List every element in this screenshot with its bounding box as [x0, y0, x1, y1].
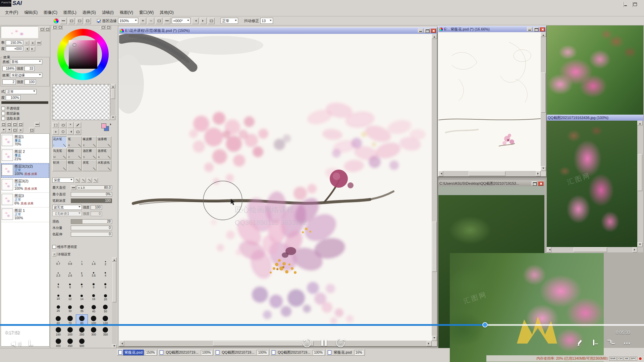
- texture-dropdown[interactable]: 里纸: [10, 59, 42, 64]
- brush-size-cell[interactable]: 6: [64, 280, 76, 292]
- curve-preset-4[interactable]: [93, 178, 98, 183]
- file-window-titlebar[interactable]: C:\Users\ASUS\Desktop\QQ截图20210719153...: [438, 180, 544, 186]
- brush-size-cell[interactable]: 20: [100, 292, 111, 303]
- keep-opacity-checkbox[interactable]: [52, 245, 56, 249]
- new-layer-button[interactable]: [1, 122, 6, 127]
- zoom-tool-icon[interactable]: [60, 129, 66, 135]
- brush-size-cell[interactable]: 3: [76, 269, 88, 280]
- hand-icon[interactable]: [74, 129, 81, 135]
- brush-cell[interactable]: 橡皮擦 E: [82, 136, 97, 148]
- color-wheel-icon[interactable]: [54, 18, 59, 23]
- layer-item[interactable]: 图层 2 覆盖 21%: [1, 148, 49, 163]
- brush-size-cell[interactable]: 300: [88, 326, 100, 337]
- color-wheel-tab[interactable]: [52, 25, 57, 29]
- zoom-out-button[interactable]: −: [148, 18, 154, 24]
- nav-rotate-cw-button[interactable]: [30, 47, 35, 51]
- navigator-button-2[interactable]: [45, 27, 50, 32]
- selection-edge-checkbox[interactable]: [97, 19, 101, 23]
- document-tab[interactable]: QQ截图20210719... 100%: [214, 349, 269, 356]
- reference-photo-4[interactable]: 汇图网: [450, 253, 604, 362]
- panel-list-button[interactable]: [35, 122, 40, 127]
- brush-size-cell[interactable]: 1: [76, 257, 88, 269]
- brush-size-cell[interactable]: 2.6: [64, 269, 76, 280]
- brush-size-cell[interactable]: 9: [100, 280, 111, 292]
- menu-item[interactable]: 窗口(W): [136, 9, 157, 16]
- brush-size-cell[interactable]: 450: [64, 337, 76, 349]
- menu-item[interactable]: 其他(O): [157, 9, 176, 16]
- texture-strength-value[interactable]: 33: [24, 66, 35, 71]
- file-close-button[interactable]: [538, 181, 543, 186]
- main-minimize-button[interactable]: [418, 28, 423, 33]
- secondary-minimize-button[interactable]: [527, 27, 532, 32]
- layer-option[interactable]: 选取未源: [1, 116, 49, 121]
- nav-zoom-value[interactable]: 150.0%: [6, 40, 23, 45]
- brush-size-cell[interactable]: 50: [100, 303, 111, 314]
- max-diameter-slider[interactable]: x 1.080.0: [77, 185, 112, 190]
- duplicate-layer-button[interactable]: [18, 122, 23, 127]
- depth-dropdown[interactable]: 深度: [52, 178, 74, 183]
- reference-photo-2[interactable]: 汇图网: [547, 121, 637, 247]
- nav-zoom-in-button[interactable]: +: [30, 41, 35, 45]
- secondary-h-scrollbar[interactable]: [438, 171, 541, 176]
- brush-size-cell[interactable]: 80: [76, 314, 88, 326]
- reference-photo-1[interactable]: [547, 25, 643, 115]
- canvas-painting[interactable]: 匠心绘画网络课程 QQ361890125 3633262: [119, 34, 432, 341]
- magic-wand-icon[interactable]: *: [67, 122, 74, 128]
- navigator-thumbnail[interactable]: [1, 26, 38, 38]
- menu-item[interactable]: 编辑(E): [21, 9, 41, 16]
- layer-item[interactable]: 图层1 覆盖 70%: [1, 134, 49, 148]
- edge-strength-value[interactable]: 100: [24, 79, 36, 84]
- secondary-window-titlebar[interactable]: E:...紫薇花.psd (*) (16.66%): [438, 26, 546, 32]
- min-diameter-slider[interactable]: 0%: [71, 192, 112, 197]
- document-tab[interactable]: 紫薇花.psd 150%: [117, 349, 157, 356]
- window-minimize-icon[interactable]: [623, 2, 624, 7]
- blend-mode-dropdown[interactable]: 正常: [6, 89, 37, 94]
- brush-size-cell[interactable]: 40: [88, 303, 100, 314]
- photo-window-titlebar[interactable]: QQ截图20210719163436.jpg (100%): [547, 115, 643, 121]
- water-slider[interactable]: 0: [71, 226, 112, 230]
- brush-size-cell[interactable]: 7: [76, 280, 88, 292]
- rgb-slider-tab[interactable]: [58, 25, 63, 29]
- rotate-cw-button[interactable]: [200, 18, 207, 24]
- layer-item[interactable]: 图层3 正常 6%质感 效果: [1, 193, 49, 207]
- zoom-in-button[interactable]: +: [140, 18, 146, 24]
- layer-option-checkbox[interactable]: [1, 112, 5, 115]
- layer-option[interactable]: 图层蒙板: [1, 111, 49, 116]
- nav-angle-value[interactable]: +000: [6, 46, 23, 51]
- brush-size-cell[interactable]: 0.7: [52, 257, 64, 269]
- move-icon[interactable]: +: [52, 129, 59, 135]
- document-tab[interactable]: QQ截图20210719... 100%: [270, 349, 325, 356]
- brush-size-cell[interactable]: 70: [64, 314, 76, 326]
- paint-mode-combo[interactable]: 正常: [221, 18, 238, 24]
- document-tab[interactable]: QQ截图20210719... 100%: [158, 349, 213, 356]
- brush-cell[interactable]: 炭笔: [82, 160, 97, 171]
- line-mode-icon[interactable]: [68, 18, 75, 24]
- document-tab[interactable]: 紫薇花.psd 16%: [326, 349, 365, 356]
- edge-width-value[interactable]: 2: [2, 79, 16, 84]
- brush-size-cell[interactable]: 35: [76, 303, 88, 314]
- scratchpad[interactable]: [53, 84, 110, 120]
- brush-size-cell[interactable]: 16: [88, 292, 100, 303]
- layer-item[interactable]: 图层3(2) 正常 100%质感 效果: [1, 178, 49, 193]
- nav-zoom-reset-button[interactable]: [36, 41, 41, 45]
- brush-size-cell[interactable]: 500: [76, 337, 88, 349]
- brush-size-cell[interactable]: 100: [88, 314, 100, 326]
- brush-size-cell[interactable]: 25: [52, 303, 64, 314]
- color-extend-slider[interactable]: 0: [71, 232, 112, 237]
- swap-colors-icon[interactable]: [110, 123, 112, 125]
- secondary-canvas-area[interactable]: [438, 32, 541, 171]
- layer-option-checkbox[interactable]: [1, 107, 5, 110]
- brush-size-cell[interactable]: 250: [76, 326, 88, 337]
- eyedropper-icon[interactable]: [74, 122, 81, 128]
- curve-preset-2[interactable]: [81, 178, 86, 183]
- brush-cell[interactable]: 马克笔 M: [52, 148, 67, 160]
- brush-size-cell[interactable]: 5: [52, 280, 64, 292]
- menu-item[interactable]: 滤镜(I): [99, 9, 117, 16]
- brush-size-cell[interactable]: 60: [52, 314, 64, 326]
- primary-color-swatch[interactable]: [101, 123, 106, 128]
- secondary-close-button[interactable]: [540, 27, 545, 32]
- menu-item[interactable]: 图层(L): [60, 9, 79, 16]
- brush-size-cell[interactable]: 4: [100, 269, 111, 280]
- brush-size-cell[interactable]: 120: [100, 314, 111, 326]
- brush-size-cell[interactable]: 3.5: [88, 269, 100, 280]
